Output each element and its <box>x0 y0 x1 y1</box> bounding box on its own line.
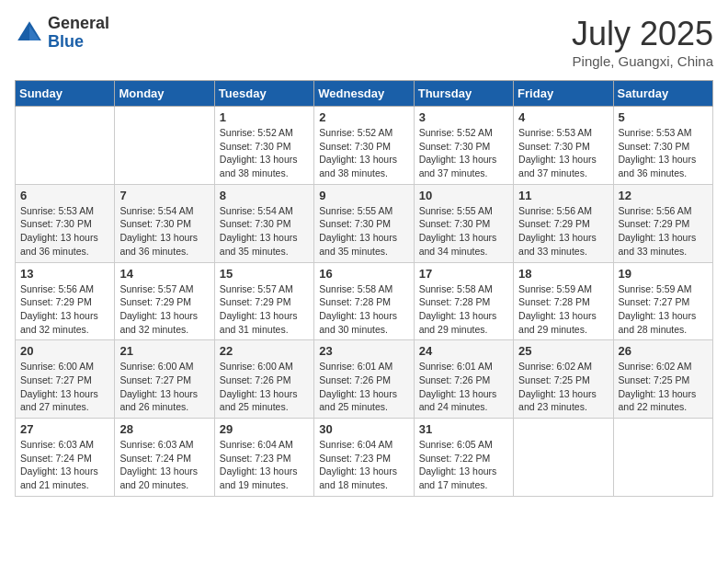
logo: General Blue <box>15 15 109 52</box>
day-number: 30 <box>319 422 408 436</box>
day-number: 9 <box>319 189 408 202</box>
calendar-week-row: 27Sunrise: 6:03 AM Sunset: 7:24 PM Dayli… <box>16 419 713 497</box>
calendar-cell: 8Sunrise: 5:54 AM Sunset: 7:30 PM Daylig… <box>214 184 313 262</box>
calendar-cell: 10Sunrise: 5:55 AM Sunset: 7:30 PM Dayli… <box>414 184 513 262</box>
day-info: Sunrise: 5:53 AM Sunset: 7:30 PM Dayligh… <box>518 126 608 180</box>
day-number: 27 <box>20 422 109 436</box>
calendar-cell: 2Sunrise: 5:52 AM Sunset: 7:30 PM Daylig… <box>314 107 414 185</box>
day-info: Sunrise: 5:57 AM Sunset: 7:29 PM Dayligh… <box>220 282 309 337</box>
calendar-cell: 4Sunrise: 5:53 AM Sunset: 7:30 PM Daylig… <box>514 107 613 185</box>
weekday-header: Friday <box>514 81 613 107</box>
calendar-cell <box>613 419 712 497</box>
calendar-week-row: 13Sunrise: 5:56 AM Sunset: 7:29 PM Dayli… <box>16 262 713 340</box>
calendar-cell: 16Sunrise: 5:58 AM Sunset: 7:28 PM Dayli… <box>314 262 414 340</box>
day-info: Sunrise: 6:05 AM Sunset: 7:22 PM Dayligh… <box>419 438 508 492</box>
day-info: Sunrise: 5:59 AM Sunset: 7:27 PM Dayligh… <box>619 282 708 337</box>
day-info: Sunrise: 5:55 AM Sunset: 7:30 PM Dayligh… <box>319 204 408 259</box>
day-number: 28 <box>119 422 209 436</box>
logo-general-text: General <box>48 15 109 33</box>
day-number: 31 <box>419 422 508 436</box>
day-info: Sunrise: 5:56 AM Sunset: 7:29 PM Dayligh… <box>20 282 109 337</box>
weekday-header: Sunday <box>16 81 115 107</box>
day-info: Sunrise: 5:55 AM Sunset: 7:30 PM Dayligh… <box>419 204 508 259</box>
calendar-cell: 24Sunrise: 6:01 AM Sunset: 7:26 PM Dayli… <box>414 340 513 419</box>
day-info: Sunrise: 5:52 AM Sunset: 7:30 PM Dayligh… <box>419 126 508 180</box>
day-info: Sunrise: 6:02 AM Sunset: 7:25 PM Dayligh… <box>619 360 708 414</box>
day-info: Sunrise: 6:01 AM Sunset: 7:26 PM Dayligh… <box>319 360 408 414</box>
day-info: Sunrise: 6:04 AM Sunset: 7:23 PM Dayligh… <box>319 438 408 492</box>
calendar-cell: 5Sunrise: 5:53 AM Sunset: 7:30 PM Daylig… <box>613 107 712 185</box>
day-number: 3 <box>419 110 508 124</box>
weekday-header: Monday <box>115 81 214 107</box>
day-number: 17 <box>419 267 508 281</box>
day-number: 6 <box>20 189 109 202</box>
calendar-cell: 14Sunrise: 5:57 AM Sunset: 7:29 PM Dayli… <box>115 262 214 340</box>
calendar-cell: 6Sunrise: 5:53 AM Sunset: 7:30 PM Daylig… <box>16 184 115 262</box>
day-number: 13 <box>20 267 109 281</box>
calendar-cell: 13Sunrise: 5:56 AM Sunset: 7:29 PM Dayli… <box>16 262 115 340</box>
day-number: 14 <box>119 267 209 281</box>
day-number: 1 <box>220 110 309 124</box>
day-number: 23 <box>319 344 408 358</box>
month-title: July 2025 <box>572 15 713 53</box>
day-info: Sunrise: 5:56 AM Sunset: 7:29 PM Dayligh… <box>518 204 608 259</box>
day-info: Sunrise: 6:04 AM Sunset: 7:23 PM Dayligh… <box>220 438 309 492</box>
calendar-cell: 22Sunrise: 6:00 AM Sunset: 7:26 PM Dayli… <box>214 340 313 419</box>
weekday-header: Wednesday <box>314 81 414 107</box>
calendar-cell: 20Sunrise: 6:00 AM Sunset: 7:27 PM Dayli… <box>16 340 115 419</box>
weekday-header: Saturday <box>613 81 712 107</box>
logo-icon <box>15 18 44 48</box>
day-info: Sunrise: 6:02 AM Sunset: 7:25 PM Dayligh… <box>518 360 608 414</box>
day-info: Sunrise: 6:03 AM Sunset: 7:24 PM Dayligh… <box>119 438 209 492</box>
day-info: Sunrise: 5:52 AM Sunset: 7:30 PM Dayligh… <box>220 126 309 180</box>
day-number: 7 <box>119 189 209 202</box>
day-number: 25 <box>518 344 608 358</box>
calendar-cell: 15Sunrise: 5:57 AM Sunset: 7:29 PM Dayli… <box>214 262 313 340</box>
title-block: July 2025 Pingle, Guangxi, China <box>572 15 713 69</box>
day-info: Sunrise: 6:00 AM Sunset: 7:26 PM Dayligh… <box>220 360 309 414</box>
calendar-cell: 19Sunrise: 5:59 AM Sunset: 7:27 PM Dayli… <box>613 262 712 340</box>
day-number: 10 <box>419 189 508 202</box>
calendar-cell <box>16 107 115 185</box>
day-number: 11 <box>518 189 608 202</box>
calendar-cell: 12Sunrise: 5:56 AM Sunset: 7:29 PM Dayli… <box>613 184 712 262</box>
calendar-week-row: 1Sunrise: 5:52 AM Sunset: 7:30 PM Daylig… <box>16 107 713 185</box>
day-number: 12 <box>619 189 708 202</box>
calendar-cell <box>514 419 613 497</box>
calendar-table: SundayMondayTuesdayWednesdayThursdayFrid… <box>15 80 713 497</box>
calendar-cell: 25Sunrise: 6:02 AM Sunset: 7:25 PM Dayli… <box>514 340 613 419</box>
day-info: Sunrise: 5:52 AM Sunset: 7:30 PM Dayligh… <box>319 126 408 180</box>
calendar-cell: 31Sunrise: 6:05 AM Sunset: 7:22 PM Dayli… <box>414 419 513 497</box>
day-number: 29 <box>220 422 309 436</box>
logo-blue-text: Blue <box>48 33 109 52</box>
page-header: General Blue July 2025 Pingle, Guangxi, … <box>15 15 713 69</box>
day-info: Sunrise: 5:54 AM Sunset: 7:30 PM Dayligh… <box>119 204 209 259</box>
day-number: 26 <box>619 344 708 358</box>
day-number: 20 <box>20 344 109 358</box>
calendar-cell: 17Sunrise: 5:58 AM Sunset: 7:28 PM Dayli… <box>414 262 513 340</box>
day-number: 18 <box>518 267 608 281</box>
day-info: Sunrise: 5:54 AM Sunset: 7:30 PM Dayligh… <box>220 204 309 259</box>
day-info: Sunrise: 5:59 AM Sunset: 7:28 PM Dayligh… <box>518 282 608 337</box>
weekday-header: Tuesday <box>214 81 313 107</box>
calendar-cell: 29Sunrise: 6:04 AM Sunset: 7:23 PM Dayli… <box>214 419 313 497</box>
calendar-cell: 26Sunrise: 6:02 AM Sunset: 7:25 PM Dayli… <box>613 340 712 419</box>
day-info: Sunrise: 5:58 AM Sunset: 7:28 PM Dayligh… <box>419 282 508 337</box>
calendar-cell: 30Sunrise: 6:04 AM Sunset: 7:23 PM Dayli… <box>314 419 414 497</box>
calendar-week-row: 6Sunrise: 5:53 AM Sunset: 7:30 PM Daylig… <box>16 184 713 262</box>
weekday-header: Thursday <box>414 81 513 107</box>
day-number: 2 <box>319 110 408 124</box>
calendar-cell: 28Sunrise: 6:03 AM Sunset: 7:24 PM Dayli… <box>115 419 214 497</box>
day-number: 15 <box>220 267 309 281</box>
day-number: 19 <box>619 267 708 281</box>
calendar-cell: 7Sunrise: 5:54 AM Sunset: 7:30 PM Daylig… <box>115 184 214 262</box>
day-info: Sunrise: 6:00 AM Sunset: 7:27 PM Dayligh… <box>20 360 109 414</box>
day-number: 24 <box>419 344 508 358</box>
day-info: Sunrise: 6:01 AM Sunset: 7:26 PM Dayligh… <box>419 360 508 414</box>
calendar-cell <box>115 107 214 185</box>
calendar-cell: 11Sunrise: 5:56 AM Sunset: 7:29 PM Dayli… <box>514 184 613 262</box>
day-number: 8 <box>220 189 309 202</box>
day-info: Sunrise: 6:00 AM Sunset: 7:27 PM Dayligh… <box>119 360 209 414</box>
day-number: 21 <box>119 344 209 358</box>
day-info: Sunrise: 5:57 AM Sunset: 7:29 PM Dayligh… <box>119 282 209 337</box>
